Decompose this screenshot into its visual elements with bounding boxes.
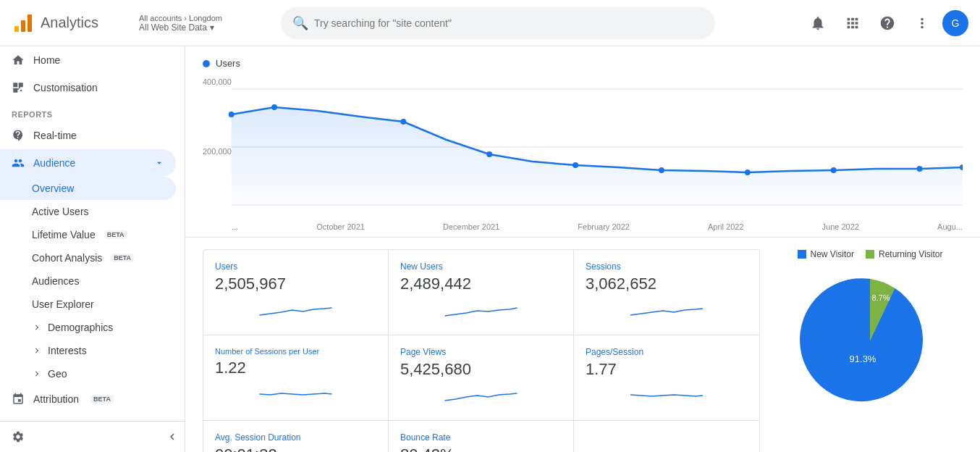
sidebar-bottom xyxy=(0,421,185,452)
header: Analytics All accounts › Longdom All Web… xyxy=(0,0,980,46)
sidebar-item-customisation[interactable]: Customisation xyxy=(0,74,176,101)
attribution-icon xyxy=(12,393,25,406)
stat-users-sparkline xyxy=(215,299,376,321)
stat-avg-session-duration-value: 00:01:32 xyxy=(215,445,376,452)
help-icon[interactable] xyxy=(873,9,902,38)
svg-rect-2 xyxy=(28,14,32,32)
user-avatar[interactable]: G xyxy=(942,10,968,36)
stat-empty xyxy=(574,421,759,452)
audience-icon xyxy=(12,156,25,170)
returning-visitor-pct-label: 8.7% xyxy=(871,293,890,302)
svg-rect-1 xyxy=(21,20,25,32)
notifications-icon[interactable] xyxy=(803,9,832,38)
stat-page-views-label: Page Views xyxy=(400,347,562,357)
stat-bounce-rate-label: Bounce Rate xyxy=(400,432,562,443)
search-input[interactable] xyxy=(314,17,704,29)
chart-point xyxy=(745,170,751,175)
realtime-icon xyxy=(12,129,25,142)
collapse-icon xyxy=(166,430,179,443)
geo-expand-icon xyxy=(32,369,42,379)
stats-grid-container: Users 2,505,967 New Users 2,489,442 xyxy=(203,249,760,452)
stats-grid: Users 2,505,967 New Users 2,489,442 xyxy=(203,249,760,452)
svg-rect-0 xyxy=(14,26,19,32)
users-legend-label: Users xyxy=(216,58,240,69)
pie-legend: New Visitor Returning Visitor xyxy=(798,249,943,259)
user-explorer-label: User Explorer xyxy=(32,298,94,310)
collapse-sidebar-button[interactable] xyxy=(160,424,185,449)
chart-point xyxy=(271,104,277,110)
stat-pages-per-session-label: Pages/Session xyxy=(586,347,748,357)
x-label-oct21: October 2021 xyxy=(316,222,365,231)
home-label: Home xyxy=(33,54,60,66)
search-bar[interactable]: 🔍 xyxy=(281,7,715,39)
stat-sessions-per-user-label: Number of Sessions per User xyxy=(215,347,376,356)
logo: Analytics xyxy=(12,12,127,35)
stat-new-users: New Users 2,489,442 xyxy=(389,250,574,335)
stat-sessions-per-user-value: 1.22 xyxy=(215,359,376,377)
sidebar-item-cohort-analysis[interactable]: Cohort Analysis BETA xyxy=(0,246,176,269)
chart-point xyxy=(659,167,664,173)
interests-label: Interests xyxy=(48,345,87,356)
x-label-dec21: December 2021 xyxy=(443,222,499,231)
users-legend-dot xyxy=(203,60,210,67)
stat-users-value: 2,505,967 xyxy=(215,275,376,293)
cohort-analysis-beta-badge: BETA xyxy=(111,254,134,262)
demographics-expand-icon xyxy=(32,322,42,332)
apps-icon[interactable] xyxy=(838,9,867,38)
sidebar-item-audiences[interactable]: Audiences xyxy=(0,269,176,293)
home-icon xyxy=(12,54,25,67)
sidebar-item-user-explorer[interactable]: User Explorer xyxy=(0,293,176,316)
attribution-beta-badge: BETA xyxy=(90,395,114,403)
stat-new-users-label: New Users xyxy=(400,261,562,272)
geo-label: Geo xyxy=(48,368,67,380)
stat-bounce-rate: Bounce Rate 80.42% xyxy=(389,421,574,452)
stat-users-label: Users xyxy=(215,261,376,272)
y-label-200k: 200,000 xyxy=(203,147,232,156)
pie-chart-svg: 8.7% 91.3% xyxy=(798,268,942,413)
sidebar-item-geo[interactable]: Geo xyxy=(0,362,176,385)
x-label-jun22: June 2022 xyxy=(822,222,859,231)
stat-new-users-value: 2,489,442 xyxy=(400,275,562,293)
account-selector[interactable]: All accounts › Longdom All Web Site Data… xyxy=(139,14,269,33)
analytics-logo-icon xyxy=(12,12,35,35)
line-chart-svg xyxy=(203,75,963,219)
account-name[interactable]: All Web Site Data ▾ xyxy=(139,22,269,33)
sidebar-item-attribution[interactable]: Attribution BETA xyxy=(0,385,176,413)
dropdown-arrow-icon: ▾ xyxy=(210,22,214,33)
more-icon[interactable] xyxy=(908,9,937,38)
sidebar-item-home[interactable]: Home xyxy=(0,46,176,74)
sidebar-item-lifetime-value[interactable]: Lifetime Value BETA xyxy=(0,223,176,246)
sidebar-item-demographics[interactable]: Demographics xyxy=(0,316,176,339)
sidebar-item-overview[interactable]: Overview xyxy=(0,177,176,200)
pie-chart-area: New Visitor Returning Visitor xyxy=(760,249,963,452)
x-label-aug: Augu... xyxy=(937,222,963,231)
audiences-label: Audiences xyxy=(32,275,79,287)
chart-point xyxy=(486,151,492,157)
body: Home Customisation REPORTS Real-time Aud… xyxy=(0,46,980,452)
sidebar-item-realtime[interactable]: Real-time xyxy=(0,122,176,149)
search-icon: 🔍 xyxy=(292,15,308,31)
stats-area: Users 2,505,967 New Users 2,489,442 xyxy=(185,238,980,452)
chart-point xyxy=(831,167,837,173)
chart-y-labels: 400,000 200,000 xyxy=(203,75,232,219)
customisation-label: Customisation xyxy=(33,82,98,93)
settings-icon xyxy=(12,430,25,443)
settings-button[interactable] xyxy=(0,422,36,452)
sidebar-item-audience[interactable]: Audience xyxy=(0,149,176,177)
new-visitor-pct-label: 91.3% xyxy=(850,353,876,364)
header-actions: G xyxy=(803,9,968,38)
sidebar-item-interests[interactable]: Interests xyxy=(0,339,176,362)
stat-sessions-per-user: Number of Sessions per User 1.22 xyxy=(203,335,389,421)
stat-sessions-label: Sessions xyxy=(586,261,748,272)
new-visitor-label: New Visitor xyxy=(811,249,854,259)
chart-area: Users 400,000 200,000 xyxy=(185,46,980,238)
main-content: Users 400,000 200,000 xyxy=(185,46,980,452)
sidebar-item-active-users[interactable]: Active Users xyxy=(0,200,176,223)
x-label-apr22: April 2022 xyxy=(708,222,744,231)
audience-label: Audience xyxy=(33,157,75,169)
stat-users: Users 2,505,967 xyxy=(203,250,389,335)
reports-section-label: REPORTS xyxy=(0,101,185,122)
overview-label: Overview xyxy=(32,183,74,194)
line-chart: 400,000 200,000 xyxy=(203,75,963,219)
stat-page-views: Page Views 5,425,680 xyxy=(389,335,574,421)
